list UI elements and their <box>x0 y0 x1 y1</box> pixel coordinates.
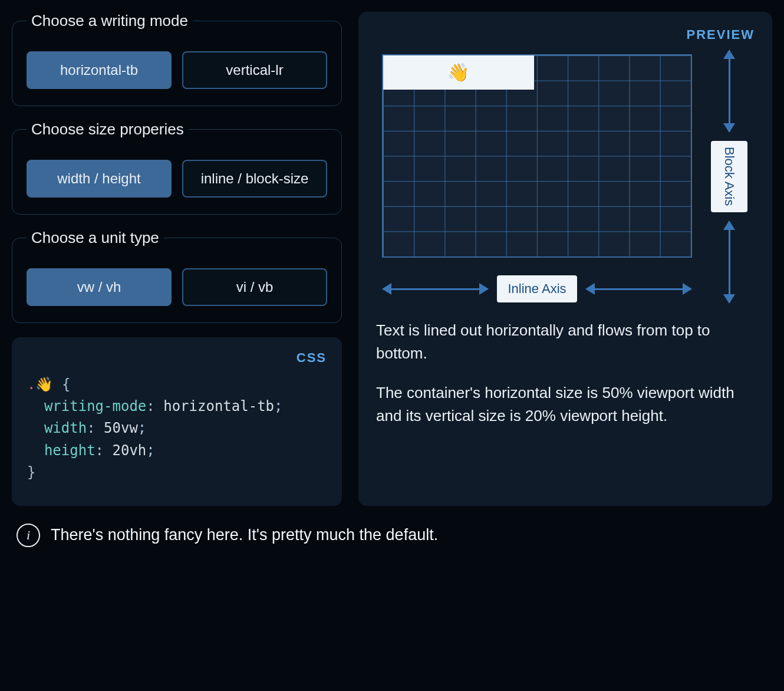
unit-type-fieldset: Choose a unit type vw / vh vi / vb <box>12 229 342 323</box>
footer-text: There's nothing fancy here. It's pretty … <box>51 526 438 544</box>
size-properties-fieldset: Choose size properies width / height inl… <box>12 120 342 215</box>
inline-axis-indicator: Inline Axis <box>376 275 698 302</box>
unit-type-legend: Choose a unit type <box>27 229 164 247</box>
css-code-block: .👋 { writing-mode: horizontal-tb; width:… <box>27 374 327 483</box>
unit-option-vi-vb[interactable]: vi / vb <box>182 268 327 306</box>
unit-option-vw-vh[interactable]: vw / vh <box>27 268 172 306</box>
preview-panel-label: PREVIEW <box>376 27 755 42</box>
writing-mode-option-vertical-lr[interactable]: vertical-lr <box>182 51 327 89</box>
size-properties-legend: Choose size properies <box>27 120 189 139</box>
css-panel-label: CSS <box>27 350 327 366</box>
info-icon: i <box>17 524 40 547</box>
inline-axis-label: Inline Axis <box>497 275 577 302</box>
controls-column: Choose a writing mode horizontal-tb vert… <box>12 12 342 506</box>
writing-mode-fieldset: Choose a writing mode horizontal-tb vert… <box>12 12 342 106</box>
writing-mode-legend: Choose a writing mode <box>27 12 193 30</box>
size-option-inline-block-size[interactable]: inline / block-size <box>182 160 327 198</box>
wave-icon: 👋 <box>447 62 469 83</box>
writing-mode-option-horizontal-tb[interactable]: horizontal-tb <box>27 51 172 89</box>
footer-note: i There's nothing fancy here. It's prett… <box>12 524 772 547</box>
block-axis-indicator: Block Axis <box>704 51 755 302</box>
arrow-left-right-icon <box>587 288 691 290</box>
arrow-left-right-icon <box>383 288 487 290</box>
preview-explanation: Text is lined out horizontally and flows… <box>376 302 755 427</box>
arrow-up-down-icon <box>729 222 730 302</box>
explanation-paragraph: Text is lined out horizontally and flows… <box>376 319 755 365</box>
explanation-paragraph: The container's horizontal size is 50% v… <box>376 381 755 427</box>
preview-grid: 👋 <box>382 54 692 258</box>
css-output-panel: CSS .👋 { writing-mode: horizontal-tb; wi… <box>12 337 342 506</box>
preview-panel: PREVIEW 👋 Inline Axis Bl <box>358 12 772 506</box>
size-option-width-height[interactable]: width / height <box>27 160 172 198</box>
block-axis-label: Block Axis <box>711 141 747 212</box>
preview-demo-box: 👋 <box>383 55 534 90</box>
arrow-up-down-icon <box>729 51 730 131</box>
